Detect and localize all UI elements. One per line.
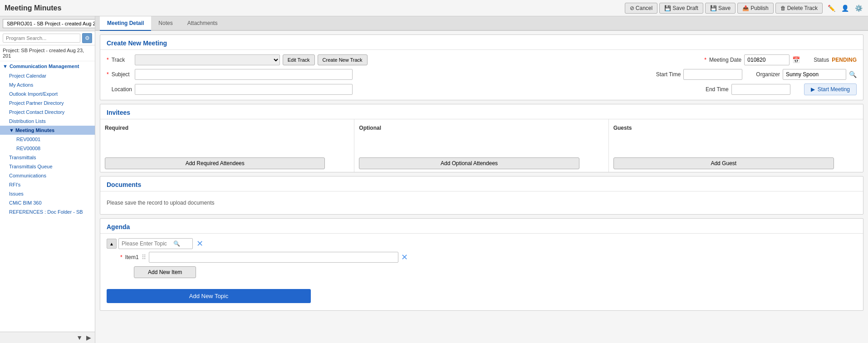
settings-icon[interactable]: ⚙️ xyxy=(853,3,863,13)
optional-col: Optional Add Optional Attendees xyxy=(354,119,608,172)
start-meeting-button[interactable]: ▶ Start Meeting xyxy=(804,83,857,95)
agenda-topic-search-wrapper: 🔍 xyxy=(118,238,193,249)
add-new-item-button[interactable]: Add New Item xyxy=(134,266,196,278)
sidebar-header: SBPROJ01 - SB Project - created Aug 2...… xyxy=(0,16,95,31)
delete-track-button[interactable]: 🗑 Delete Track xyxy=(775,3,823,14)
sidebar-scroll-down[interactable]: ▼ xyxy=(74,333,84,342)
sidebar-item-cmic-bim360[interactable]: CMiC BIM 360 xyxy=(0,198,95,207)
sidebar-item-issues[interactable]: Issues xyxy=(0,189,95,198)
agenda-topic-input[interactable] xyxy=(118,238,193,249)
sidebar: SBPROJ01 - SB Project - created Aug 2...… xyxy=(0,16,95,343)
tabs-bar: Meeting Detail Notes Attachments xyxy=(95,16,868,31)
documents-body: Please save the record to upload documen… xyxy=(100,191,863,214)
cancel-button[interactable]: ⊘ Cancel xyxy=(625,3,657,14)
sidebar-scroll-right[interactable]: ▶ xyxy=(84,333,93,342)
organizer-label: Organizer xyxy=(756,71,780,78)
item1-remove-icon[interactable]: ✕ xyxy=(401,252,408,262)
sidebar-gear-button[interactable]: ⚙ xyxy=(82,33,92,43)
sidebar-nav: Project: SB Project - created Aug 23, 20… xyxy=(0,45,95,332)
agenda-up-arrow[interactable]: ▲ xyxy=(107,239,117,249)
meeting-date-required-star: * xyxy=(704,57,706,63)
edit-icon[interactable]: ✏️ xyxy=(826,3,836,13)
play-icon: ▶ xyxy=(811,86,815,93)
sidebar-item-transmittals-queue[interactable]: Transmittals Queue xyxy=(0,162,95,171)
meeting-date-input[interactable] xyxy=(744,54,790,65)
subject-required-star: * xyxy=(107,71,109,78)
organizer-group: Organizer 🔍 xyxy=(756,69,857,80)
sidebar-item-distribution-lists[interactable]: Distribution Lists xyxy=(0,117,95,126)
track-label: Track xyxy=(112,57,132,63)
location-label: Location xyxy=(112,86,132,93)
sidebar-search-input[interactable] xyxy=(3,34,80,43)
start-meeting-group: ▶ Start Meeting xyxy=(804,83,857,95)
required-header: Required xyxy=(105,122,349,135)
status-label: Status xyxy=(814,57,829,63)
optional-header: Optional xyxy=(359,122,603,135)
subject-input[interactable] xyxy=(135,69,353,80)
sidebar-bottom-bar: ▼ ▶ xyxy=(0,332,95,343)
save-draft-button[interactable]: 💾 Save Draft xyxy=(659,3,703,14)
sidebar-item-references[interactable]: REFERENCES : Doc Folder - SB xyxy=(0,207,95,216)
sidebar-item-contact-directory[interactable]: Project Contact Directory xyxy=(0,108,95,117)
sidebar-project-label: Project: SB Project - created Aug 23, 20… xyxy=(0,45,95,61)
sidebar-item-communications[interactable]: Communications xyxy=(0,171,95,180)
item1-input[interactable] xyxy=(149,252,398,263)
sidebar-item-rfis[interactable]: RFI's xyxy=(0,180,95,189)
location-input[interactable] xyxy=(135,84,353,95)
topic-search-icon: 🔍 xyxy=(173,240,180,247)
sidebar-item-transmittals[interactable]: Transmittals xyxy=(0,153,95,162)
add-optional-attendees-button[interactable]: Add Optional Attendees xyxy=(359,157,579,169)
add-required-attendees-button[interactable]: Add Required Attendees xyxy=(105,157,325,169)
save-button[interactable]: 💾 Save xyxy=(705,3,736,14)
add-new-item-container: Add New Item xyxy=(120,266,857,283)
create-new-track-button[interactable]: Create New Track xyxy=(318,54,368,65)
tab-attachments[interactable]: Attachments xyxy=(180,16,225,31)
agenda-topic-clear-icon[interactable]: ✕ xyxy=(196,239,203,249)
guests-header: Guests xyxy=(613,122,858,135)
app-title: Meeting Minutes xyxy=(5,4,625,12)
publish-button[interactable]: 📤 Publish xyxy=(737,3,773,14)
top-bar: Meeting Minutes ⊘ Cancel 💾 Save Draft 💾 … xyxy=(0,0,868,16)
track-select[interactable] xyxy=(135,54,280,65)
sidebar-item-my-actions[interactable]: My Actions xyxy=(0,80,95,89)
sidebar-search-row: ⚙ xyxy=(0,31,95,45)
status-value: PENDING xyxy=(832,57,857,63)
track-required-star: * xyxy=(107,57,109,63)
sidebar-sub-item-rev00008[interactable]: REV00008 xyxy=(0,144,95,153)
invitees-section: Invitees Required Add Required Attendees… xyxy=(100,104,863,172)
sidebar-item-partner-directory[interactable]: Project Partner Directory xyxy=(0,98,95,108)
edit-track-button[interactable]: Edit Track xyxy=(283,54,315,65)
end-time-group: End Time xyxy=(706,84,790,95)
item1-drag-icon[interactable]: ⠿ xyxy=(142,254,146,261)
invitees-grid: Required Add Required Attendees Optional… xyxy=(100,119,863,172)
add-guest-button[interactable]: Add Guest xyxy=(613,157,834,169)
agenda-section: Agenda ▲ 🔍 ✕ * Item1 ⠿ ✕ xyxy=(100,218,863,311)
track-row: * Track Edit Track Create New Track * Me… xyxy=(107,54,857,65)
start-time-input[interactable] xyxy=(683,69,742,80)
required-col: Required Add Required Attendees xyxy=(100,119,354,172)
sidebar-item-outlook-import[interactable]: Outlook Import/Export xyxy=(0,89,95,98)
meeting-form: * Track Edit Track Create New Track * Me… xyxy=(100,50,863,100)
sidebar-item-project-calendar[interactable]: Project Calendar xyxy=(0,71,95,80)
add-new-topic-button[interactable]: Add New Topic xyxy=(107,289,311,303)
tab-meeting-detail[interactable]: Meeting Detail xyxy=(100,16,151,31)
user-icon[interactable]: 👤 xyxy=(840,3,850,13)
sidebar-item-meeting-minutes[interactable]: ▼ Meeting Minutes xyxy=(0,126,95,135)
organizer-search-icon[interactable]: 🔍 xyxy=(849,71,857,78)
meeting-detail-section: Create New Meeting * Track Edit Track Cr… xyxy=(100,34,863,100)
agenda-body: ▲ 🔍 ✕ * Item1 ⠿ ✕ Add New I xyxy=(100,234,863,310)
create-new-meeting-title: Create New Meeting xyxy=(100,35,863,50)
end-time-input[interactable] xyxy=(731,84,790,95)
tab-notes[interactable]: Notes xyxy=(151,16,180,31)
documents-section: Documents Please save the record to uplo… xyxy=(100,176,863,215)
agenda-item-row: * Item1 ⠿ ✕ xyxy=(120,252,857,263)
organizer-input[interactable] xyxy=(783,69,846,80)
invitees-title: Invitees xyxy=(100,104,863,119)
calendar-icon[interactable]: 📅 xyxy=(792,56,800,64)
collapse-icon: ▼ xyxy=(9,127,15,133)
top-bar-actions: ⊘ Cancel 💾 Save Draft 💾 Save 📤 Publish 🗑… xyxy=(625,3,823,14)
project-selector[interactable]: SBPROJ01 - SB Project - created Aug 2... xyxy=(3,19,95,28)
sidebar-sub-item-rev00001[interactable]: REV00001 xyxy=(0,135,95,144)
sidebar-group-communication-management[interactable]: ▼ Communication Management xyxy=(0,61,95,71)
main-layout: SBPROJ01 - SB Project - created Aug 2...… xyxy=(0,16,868,343)
